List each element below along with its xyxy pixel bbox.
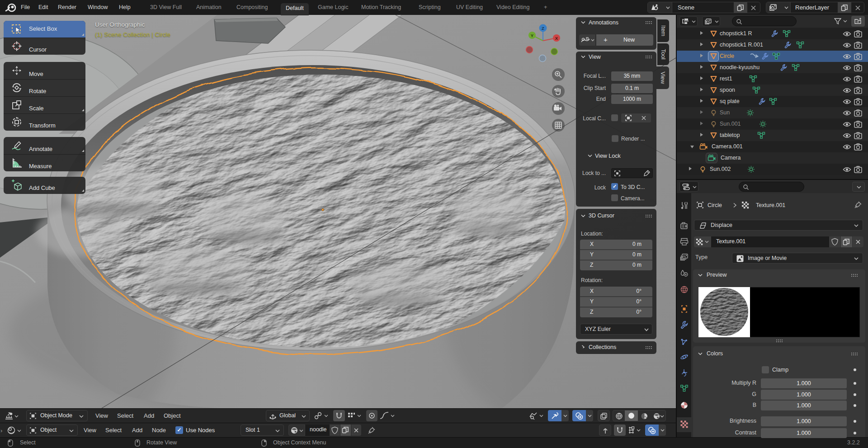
svg-text:Z: Z — [542, 26, 544, 31]
svg-text:X: X — [555, 36, 558, 41]
svg-text:Y: Y — [531, 33, 534, 38]
